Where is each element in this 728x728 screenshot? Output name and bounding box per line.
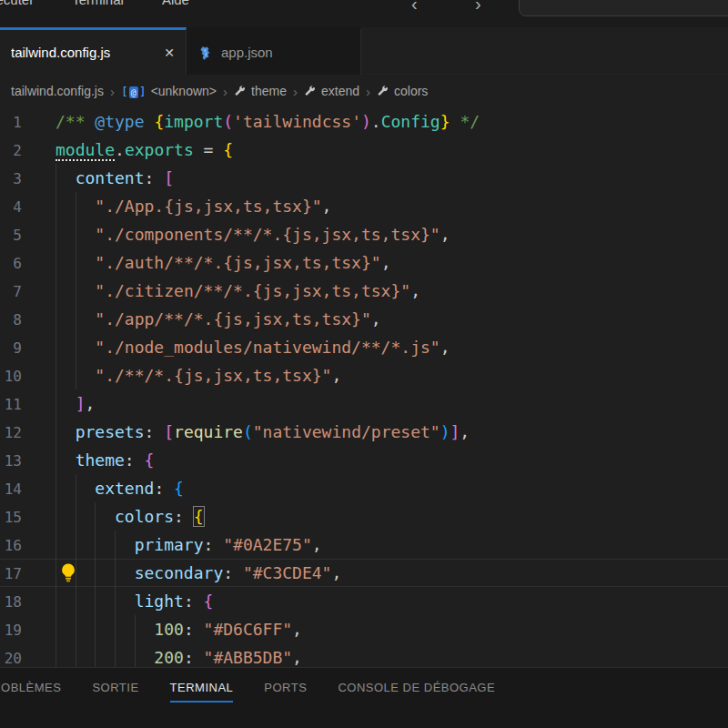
- indent-guide: [56, 446, 76, 474]
- code-token: "./app/**/*.{js,jsx,ts,tsx}": [95, 309, 370, 329]
- line-number: 20: [0, 644, 22, 667]
- indent-guide: [115, 531, 135, 559]
- breadcrumb-item-tailwind-config-js[interactable]: tailwind.config.js: [11, 84, 104, 98]
- breadcrumb-item-unknown[interactable]: [@]<unknown>: [121, 84, 217, 98]
- code-token: /**: [56, 112, 95, 131]
- code-token: .: [115, 140, 125, 159]
- code-line: 17 secondary: "#C3CDE4",: [0, 559, 728, 587]
- breadcrumb-item-extend[interactable]: extend: [304, 84, 359, 98]
- breadcrumb-item-colors[interactable]: colors: [377, 84, 428, 98]
- tab-label: tailwind.config.js: [11, 45, 157, 60]
- lightbulb-icon[interactable]: [58, 562, 78, 582]
- code-line: 11 ],: [0, 389, 728, 418]
- code-token: "./App.{js,jsx,ts,tsx}": [95, 197, 321, 216]
- menu-item-aide[interactable]: Aide: [162, 0, 189, 7]
- indent-guide: [56, 615, 76, 643]
- indent-guide: [76, 305, 96, 333]
- editor-tab-bar: tailwind.config.js✕app.json: [0, 27, 728, 75]
- indent-guide: [56, 277, 76, 305]
- indent-guide: [95, 502, 115, 531]
- code-editor[interactable]: 1/** @type {import('tailwindcss').Config…: [0, 107, 728, 667]
- code-token: secondary: [135, 563, 224, 582]
- indent-guide: [115, 643, 135, 667]
- line-number: 6: [0, 249, 22, 278]
- breadcrumb: tailwind.config.js›[@]<unknown>›theme›ex…: [0, 75, 728, 107]
- app-json-icon: [197, 45, 214, 61]
- indent-guide: [76, 248, 96, 277]
- indent-guide: [56, 164, 76, 192]
- code-token: :: [223, 563, 243, 582]
- indent-guide: [95, 559, 115, 587]
- indent-guide: [76, 615, 96, 643]
- code-token: {: [204, 592, 214, 611]
- code-token: ,: [440, 225, 450, 244]
- nav-forward-icon[interactable]: ›: [475, 0, 481, 15]
- breadcrumb-label: extend: [321, 84, 359, 98]
- code-token: {: [174, 479, 184, 498]
- code-token: {: [223, 140, 233, 159]
- code-token: ,: [331, 366, 341, 385]
- code-token: "./**/*.{js,jsx,ts,tsx}": [95, 366, 331, 385]
- code-token: [: [164, 168, 174, 187]
- indent-guide: [115, 559, 135, 587]
- code-line: 4 "./App.{js,jsx,ts,tsx}",: [0, 192, 728, 220]
- code-line: 7 "./citizen/**/*.{js,jsx,ts,tsx}",: [0, 277, 728, 305]
- code-token: "#C3CDE4": [243, 563, 332, 582]
- code-token: Config: [381, 112, 440, 131]
- indent-guide: [56, 587, 76, 615]
- indent-guide: [56, 502, 76, 531]
- indent-guide: [56, 248, 76, 277]
- indent-guide: [76, 277, 96, 305]
- code-token: ]: [76, 394, 86, 413]
- code-token: (: [223, 112, 233, 131]
- indent-guide: [56, 474, 76, 502]
- panel-tab-sortie[interactable]: SORTIE: [92, 681, 138, 703]
- code-token: extend: [95, 479, 154, 498]
- code-token: ): [361, 112, 371, 131]
- panel-tab-ports[interactable]: PORTS: [264, 681, 307, 703]
- code-token: ]: [450, 422, 460, 441]
- indent-guide: [135, 615, 155, 643]
- breadcrumb-label: tailwind.config.js: [11, 84, 104, 98]
- code-token: light: [135, 592, 184, 611]
- command-center-searchbox[interactable]: [519, 0, 728, 16]
- code-token: =: [194, 140, 224, 159]
- code-token: "#D6C6FF": [204, 620, 293, 639]
- indent-guide: [95, 531, 115, 559]
- wrench-icon: [234, 85, 247, 97]
- panel-tab-console-de-debogage[interactable]: CONSOLE DE DÉBOGAGE: [338, 681, 495, 703]
- code-line: 9 "./node_modules/nativewind/**/*.js",: [0, 333, 728, 361]
- menu-item-executer[interactable]: Exécuter: [0, 0, 34, 7]
- tab-label: app.json: [221, 45, 349, 60]
- tab-app-json[interactable]: app.json: [187, 27, 361, 75]
- panel-tab-terminal[interactable]: TERMINAL: [170, 681, 234, 703]
- close-icon[interactable]: ✕: [164, 46, 175, 60]
- code-token: :: [184, 592, 204, 611]
- code-token: ,: [331, 563, 341, 582]
- code-token: module: [56, 140, 115, 161]
- line-number: 18: [0, 588, 22, 616]
- code-token: "./auth/**/*.{js,jsx,ts,tsx}": [95, 253, 380, 272]
- breadcrumb-label: colors: [394, 84, 428, 98]
- code-line: 1/** @type {import('tailwindcss').Config…: [0, 107, 728, 136]
- breadcrumb-separator-icon: ›: [110, 84, 115, 99]
- code-token: exports: [125, 140, 194, 159]
- code-token: ,: [440, 338, 450, 357]
- nav-back-icon[interactable]: ‹: [411, 0, 418, 15]
- code-token: ,: [292, 648, 302, 667]
- line-number: 15: [0, 503, 22, 531]
- code-token: 100: [154, 620, 184, 639]
- code-token: :: [204, 535, 224, 554]
- tab-tailwind-config-js[interactable]: tailwind.config.js✕: [0, 27, 187, 75]
- code-token: "#ABB5DB": [204, 648, 293, 667]
- line-number: 13: [0, 447, 22, 475]
- code-line: 13 theme: {: [0, 446, 728, 474]
- panel-tab-problemes[interactable]: PROBLÈMES: [0, 681, 61, 703]
- menu-item-terminal[interactable]: Terminal: [72, 0, 124, 7]
- indent-guide: [76, 192, 96, 220]
- line-number: 19: [0, 616, 22, 644]
- indent-guide: [56, 643, 76, 667]
- code-token: :: [145, 422, 165, 441]
- breadcrumb-item-theme[interactable]: theme: [234, 84, 287, 98]
- indent-guide: [56, 192, 76, 220]
